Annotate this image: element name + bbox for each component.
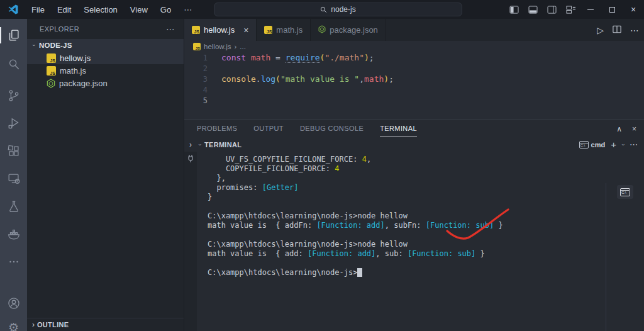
chevron-down-icon: › <box>31 42 37 48</box>
shell-badge: cmd <box>579 141 606 149</box>
line-number: 2 <box>184 64 208 73</box>
activity-bar: ⚙ <box>0 19 27 331</box>
search-value: node-js <box>331 5 355 14</box>
terminal-output: UV_FS_COPYFILE_FICLONE_FORCE: 4, COPYFIL… <box>208 155 503 278</box>
line-number: 5 <box>184 96 208 105</box>
code-line: 1 const math = require("./math"); <box>184 52 644 63</box>
minimize-button[interactable] <box>580 0 601 19</box>
file-item-math-js[interactable]: math.js <box>27 64 184 77</box>
terminal-tab-cmd[interactable] <box>617 185 633 199</box>
editor-tab-bar: hellow.js × math.js package.json ▷ ⋯ <box>184 19 644 41</box>
terminal-more-actions-icon[interactable]: ⋯ <box>630 140 638 149</box>
file-item-package-json[interactable]: package.json <box>27 77 184 89</box>
menu-more-icon[interactable]: ⋯ <box>177 5 198 14</box>
search-icon <box>320 6 327 13</box>
run-file-icon[interactable]: ▷ <box>597 25 604 35</box>
activity-extensions-icon[interactable] <box>0 142 27 160</box>
toggle-primary-sidebar-icon[interactable] <box>504 0 523 19</box>
explorer-title: EXPLORER <box>40 25 79 33</box>
breadcrumb-file[interactable]: hellow.js <box>204 43 231 50</box>
terminal-line <box>208 259 503 268</box>
chevron-down-icon[interactable]: › <box>197 142 203 148</box>
tab-package-json[interactable]: package.json <box>311 19 386 41</box>
bottom-panel: PROBLEMS OUTPUT DEBUG CONSOLE TERMINAL ∧… <box>184 120 644 331</box>
activity-more-views-icon[interactable] <box>0 253 27 271</box>
tab-hellow-js[interactable]: hellow.js × <box>184 19 257 41</box>
menu-selection[interactable]: Selection <box>77 0 123 19</box>
js-file-icon <box>192 26 200 34</box>
terminal-gutter <box>184 152 197 331</box>
node-file-icon <box>47 79 55 88</box>
terminal-line: COPYFILE_FICLONE_FORCE: 4 <box>208 164 503 174</box>
breadcrumb-symbol[interactable]: ... <box>240 43 246 50</box>
activity-testing-icon[interactable] <box>0 198 27 215</box>
code-line: 4 <box>184 84 644 95</box>
accounts-icon[interactable] <box>0 295 27 312</box>
explorer-more-actions-icon[interactable]: ⋯ <box>166 24 175 34</box>
outline-section[interactable]: › OUTLINE <box>27 318 184 331</box>
menu-file[interactable]: File <box>25 0 51 19</box>
panel-maximize-icon[interactable]: ∧ <box>616 125 622 133</box>
terminal-line <box>208 230 503 240</box>
tab-close-icon[interactable]: × <box>243 25 248 35</box>
js-file-icon <box>264 26 272 34</box>
terminal-tabs-list <box>606 183 644 331</box>
activity-remote-explorer-icon[interactable] <box>0 170 27 188</box>
chevron-right-icon[interactable]: › <box>184 140 197 149</box>
breadcrumb: hellow.js › ... <box>184 41 644 52</box>
activity-search-icon[interactable] <box>0 55 27 73</box>
terminal-line: C:\xampp\htdocs\learning\node-js>node he… <box>208 240 503 249</box>
menu-view[interactable]: View <box>124 0 154 19</box>
tab-math-js[interactable]: math.js <box>257 19 311 41</box>
panel-close-icon[interactable]: × <box>632 125 636 133</box>
js-file-icon <box>47 66 56 76</box>
close-button[interactable]: × <box>623 0 644 19</box>
editor-more-actions-icon[interactable]: ⋯ <box>630 25 639 35</box>
file-item-hellow-js[interactable]: hellow.js <box>27 52 184 64</box>
terminal-line: } <box>208 193 503 202</box>
new-terminal-icon[interactable]: + <box>611 139 616 150</box>
vscode-window: File Edit Selection View Go ⋯ ← → node-j… <box>0 0 644 331</box>
terminal-body[interactable]: UV_FS_COPYFILE_FICLONE_FORCE: 4, COPYFIL… <box>184 152 644 331</box>
terminal-line: promises: [Getter] <box>208 183 503 193</box>
activity-explorer-icon[interactable] <box>0 26 27 44</box>
line-number: 3 <box>184 75 208 84</box>
restore-button[interactable] <box>601 0 623 19</box>
line-number: 4 <box>184 86 208 94</box>
terminal-line <box>208 202 503 211</box>
terminal-line: UV_FS_COPYFILE_FICLONE_FORCE: 4, <box>208 155 503 164</box>
activity-run-debug-icon[interactable] <box>0 115 27 132</box>
cmd-terminal-icon <box>620 188 630 196</box>
breadcrumb-separator: › <box>234 43 236 50</box>
line-number: 1 <box>184 53 208 62</box>
title-bar: File Edit Selection View Go ⋯ ← → node-j… <box>0 0 644 19</box>
terminal-line: math value is { addFn: [Function: add], … <box>208 221 503 230</box>
panel-tab-terminal[interactable]: TERMINAL <box>380 120 417 137</box>
activity-source-control-icon[interactable] <box>0 87 27 104</box>
menu-go[interactable]: Go <box>154 0 177 19</box>
panel-tab-debug-console[interactable]: DEBUG CONSOLE <box>300 120 364 137</box>
toggle-panel-icon[interactable] <box>523 0 542 19</box>
chevron-right-icon: › <box>32 320 35 329</box>
activity-docker-icon[interactable] <box>0 225 27 243</box>
js-file-icon <box>47 53 56 63</box>
menu-edit[interactable]: Edit <box>51 0 77 19</box>
split-editor-icon[interactable] <box>613 25 621 36</box>
code-line: 2 <box>184 63 644 74</box>
terminal-dropdown-icon[interactable]: › <box>620 143 626 145</box>
explorer-sidebar: EXPLORER ⋯ › NODE-JS hellow.js math.js p… <box>27 19 184 331</box>
terminal-line: math value is { add: [Function: add], su… <box>208 249 503 259</box>
terminal-line: C:\xampp\htdocs\learning\node-js> <box>208 268 503 278</box>
command-center-search[interactable]: node-js <box>214 3 462 16</box>
panel-tab-output[interactable]: OUTPUT <box>253 120 284 137</box>
folder-node-js[interactable]: › NODE-JS <box>27 39 184 52</box>
settings-gear-icon[interactable]: ⚙ <box>0 318 27 331</box>
code-line: 3 console.log("math value is ",math); <box>184 74 644 84</box>
toggle-secondary-sidebar-icon[interactable] <box>542 0 561 19</box>
node-file-icon <box>318 25 326 35</box>
customize-layout-icon[interactable] <box>561 0 580 19</box>
panel-tab-problems[interactable]: PROBLEMS <box>197 120 237 137</box>
vscode-logo-icon <box>8 4 19 15</box>
code-line-current: 5 <box>184 95 644 106</box>
terminal-header: › › TERMINAL cmd + › ⋯ <box>184 137 644 152</box>
